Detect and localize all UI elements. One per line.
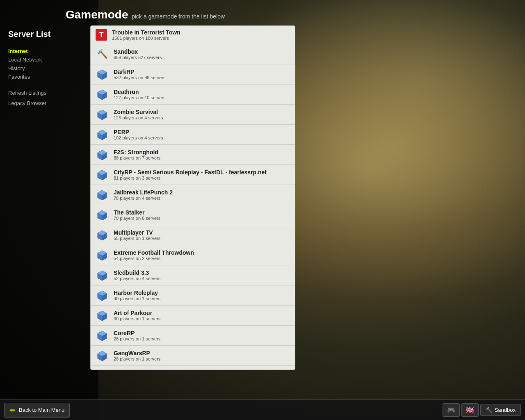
sidebar-item-internet[interactable]: Internet — [8, 47, 74, 55]
sidebar-item-history[interactable]: History — [8, 64, 74, 72]
cube-icon — [96, 228, 109, 242]
game-name: Sledbuild 3.3 — [114, 269, 160, 276]
sidebar-item-local-network[interactable]: Local Network — [8, 56, 74, 64]
game-info: Sledbuild 3.3 52 players on 4 servers — [114, 269, 160, 281]
controller-icon-button[interactable]: 🎮 — [443, 403, 460, 417]
game-details: 102 players on 4 servers — [114, 135, 163, 140]
sidebar-item-favorites[interactable]: Favorites — [8, 73, 74, 81]
game-name: The Stalker — [114, 209, 160, 216]
cube-icon — [96, 349, 109, 362]
cube-icon — [96, 88, 109, 101]
game-details: 28 players on 1 servers — [114, 356, 160, 361]
game-details: 55 players on 1 servers — [114, 236, 160, 241]
game-details: 70 players on 8 servers — [114, 216, 160, 221]
game-details: 88 players on 7 servers — [114, 155, 160, 160]
list-item[interactable]: Jailbreak LifePunch 2 78 players on 4 se… — [91, 185, 295, 205]
list-item[interactable]: F2S: Stronghold 88 players on 7 servers — [91, 145, 295, 165]
game-details: 125 players on 4 servers — [114, 115, 163, 120]
game-info: The Stalker 70 players on 8 servers — [114, 209, 160, 221]
game-info: Sandbox 658 players 527 servers — [114, 48, 162, 60]
cube-icon — [96, 369, 109, 370]
game-name: Extreme Football Throwdown — [114, 249, 194, 256]
list-item[interactable]: 🔨 Sandbox 658 players 527 servers — [91, 44, 295, 64]
gamemode-list: T Trouble in Terrorist Town 1501 players… — [90, 25, 295, 370]
game-info: Deathrun 127 players on 10 servers — [114, 89, 166, 100]
game-name: Harbor Roleplay — [114, 290, 160, 296]
bottom-right-controls: 🎮 🇬🇧 🔨 Sandbox — [443, 403, 521, 417]
game-details: 30 players on 1 servers — [114, 316, 160, 321]
sidebar-nav: Internet Local Network History Favorites — [8, 47, 74, 81]
game-details: 78 players on 4 servers — [114, 196, 173, 201]
cube-icon — [96, 289, 109, 302]
list-item[interactable]: Morbus 1.3.3 25 players on 5 servers — [91, 366, 295, 370]
game-info: Jailbreak LifePunch 2 78 players on 4 se… — [114, 189, 173, 201]
game-info: Multiplayer TV 55 players on 1 servers — [114, 229, 160, 241]
list-item[interactable]: PERP 102 players on 4 servers — [91, 125, 295, 145]
game-details: 52 players on 4 servers — [114, 276, 160, 281]
game-details: 81 players on 3 servers — [114, 176, 267, 180]
list-item[interactable]: GangWarsRP 28 players on 1 servers — [91, 346, 295, 366]
back-label: Back to Main Menu — [19, 407, 64, 413]
cube-icon — [96, 128, 109, 141]
list-item[interactable]: T Trouble in Terrorist Town 1501 players… — [91, 26, 295, 44]
game-details: 1501 players on 180 servers — [112, 36, 180, 41]
game-name: CoreRP — [114, 330, 160, 336]
hammer-icon: 🔨 — [486, 407, 492, 413]
list-item[interactable]: Sledbuild 3.3 52 players on 4 servers — [91, 265, 295, 285]
game-name: Jailbreak LifePunch 2 — [114, 189, 173, 196]
list-item[interactable]: Extreme Football Throwdown 54 players on… — [91, 245, 295, 265]
list-item[interactable]: CoreRP 28 players on 1 servers — [91, 326, 295, 346]
game-name: CityRP - Semi Serious Roleplay - FastDL … — [114, 169, 267, 176]
game-details: 532 players on 99 servers — [114, 75, 166, 80]
game-info: DarkRP 532 players on 99 servers — [114, 68, 166, 80]
cube-icon — [96, 148, 109, 161]
cube-icon — [96, 249, 109, 262]
back-to-main-menu-button[interactable]: ⬅ Back to Main Menu — [4, 403, 70, 418]
game-name: Art of Parkour — [114, 310, 160, 316]
gamemode-panel: T Trouble in Terrorist Town 1501 players… — [90, 25, 295, 420]
game-info: Extreme Football Throwdown 54 players on… — [114, 249, 194, 261]
list-item[interactable]: Deathrun 127 players on 10 servers — [91, 84, 295, 105]
game-details: 54 players on 2 servers — [114, 256, 194, 261]
cube-icon — [96, 208, 109, 221]
sidebar-title: Server List — [8, 30, 74, 39]
game-name: Zombie Survival — [114, 109, 163, 115]
cube-icon — [96, 68, 109, 81]
refresh-listings-button[interactable]: Refresh Listings — [8, 89, 74, 97]
legacy-browser-button[interactable]: Legacy Browser — [8, 99, 74, 107]
cube-icon — [96, 329, 109, 342]
sandbox-label: Sandbox — [495, 407, 516, 413]
ttt-icon: T — [96, 29, 107, 41]
page-title: Gamemode pick a gamemode from the list b… — [66, 13, 225, 20]
cube-icon — [96, 168, 109, 181]
game-name: PERP — [114, 129, 163, 135]
list-item[interactable]: Zombie Survival 125 players on 4 servers — [91, 105, 295, 125]
flag-icon-button[interactable]: 🇬🇧 — [461, 403, 479, 417]
game-info: Zombie Survival 125 players on 4 servers — [114, 109, 163, 120]
list-item[interactable]: Multiplayer TV 55 players on 1 servers — [91, 225, 295, 245]
game-info: CityRP - Semi Serious Roleplay - FastDL … — [114, 169, 267, 180]
game-name: Sandbox — [114, 48, 162, 55]
bottom-bar: ⬅ Back to Main Menu 🎮 🇬🇧 🔨 Sandbox — [0, 399, 525, 420]
game-details: 28 players on 1 servers — [114, 336, 160, 341]
list-item[interactable]: Harbor Roleplay 40 players on 1 servers — [91, 285, 295, 306]
list-item[interactable]: The Stalker 70 players on 8 servers — [91, 205, 295, 225]
game-details: 658 players 527 servers — [114, 55, 162, 60]
cube-icon — [96, 188, 109, 201]
game-name: Multiplayer TV — [114, 229, 160, 236]
game-info: Art of Parkour 30 players on 1 servers — [114, 310, 160, 321]
game-info: CoreRP 28 players on 1 servers — [114, 330, 160, 341]
cube-icon — [96, 108, 109, 121]
list-item[interactable]: CityRP - Semi Serious Roleplay - FastDL … — [91, 165, 295, 185]
sandbox-button[interactable]: 🔨 Sandbox — [480, 404, 521, 416]
game-info: GangWarsRP 28 players on 1 servers — [114, 350, 160, 361]
back-arrow-icon: ⬅ — [9, 406, 16, 415]
list-item[interactable]: Art of Parkour 30 players on 1 servers — [91, 306, 295, 326]
controller-icon: 🎮 — [447, 406, 455, 414]
list-item[interactable]: DarkRP 532 players on 99 servers — [91, 64, 295, 84]
game-name: Deathrun — [114, 89, 166, 95]
game-info: PERP 102 players on 4 servers — [114, 129, 163, 140]
cube-icon — [96, 309, 109, 322]
game-info: Trouble in Terrorist Town 1501 players o… — [112, 29, 180, 41]
game-info: Harbor Roleplay 40 players on 1 servers — [114, 290, 160, 301]
